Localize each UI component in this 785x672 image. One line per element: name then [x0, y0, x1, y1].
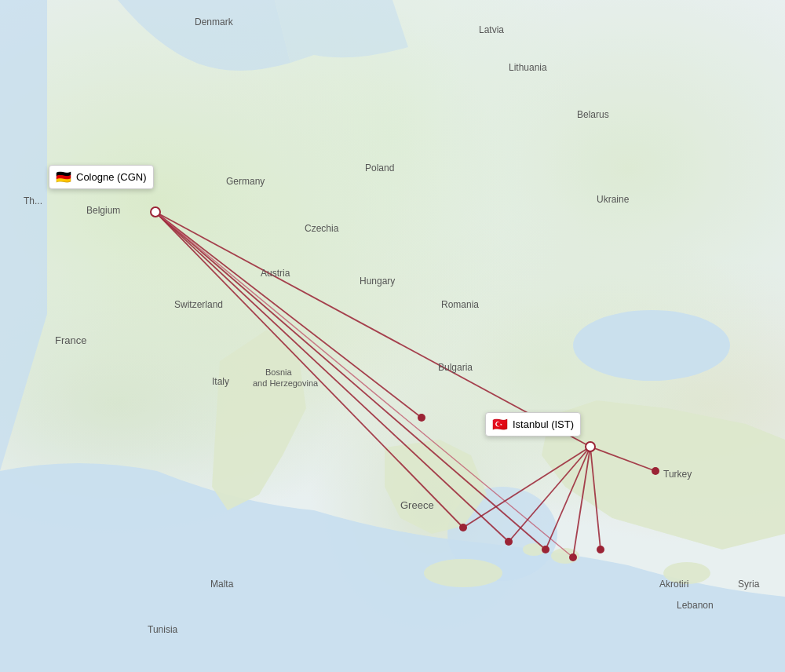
svg-text:Tunisia: Tunisia	[148, 624, 178, 635]
svg-text:Bosnia: Bosnia	[265, 367, 293, 377]
svg-point-21	[459, 524, 467, 531]
svg-point-22	[505, 538, 513, 546]
svg-point-2	[424, 559, 502, 587]
svg-text:and Herzegovina: and Herzegovina	[253, 378, 319, 388]
svg-point-25	[597, 546, 604, 553]
svg-text:Lebanon: Lebanon	[677, 600, 714, 611]
svg-point-0	[573, 310, 730, 381]
svg-text:Latvia: Latvia	[479, 24, 504, 35]
svg-text:Romania: Romania	[441, 299, 479, 310]
svg-text:Th...: Th...	[24, 195, 42, 206]
svg-text:Turkey: Turkey	[663, 469, 692, 480]
svg-point-20	[418, 414, 425, 422]
svg-text:Ukraine: Ukraine	[597, 194, 630, 205]
svg-text:Hungary: Hungary	[360, 276, 395, 287]
svg-text:Germany: Germany	[226, 176, 265, 187]
svg-point-19	[586, 442, 595, 451]
routes-svg: Latvia Lithuania Belarus Denmark Poland …	[0, 0, 785, 672]
svg-text:Poland: Poland	[365, 163, 394, 173]
svg-point-18	[151, 207, 160, 217]
svg-point-23	[542, 546, 550, 553]
svg-point-26	[652, 467, 659, 475]
svg-text:Bulgaria: Bulgaria	[438, 362, 473, 373]
svg-text:Akrotiri: Akrotiri	[659, 579, 688, 590]
svg-text:Austria: Austria	[261, 268, 290, 279]
svg-text:Belgium: Belgium	[86, 205, 120, 216]
svg-point-24	[569, 553, 577, 561]
svg-text:Czechia: Czechia	[305, 223, 339, 234]
svg-text:Denmark: Denmark	[195, 16, 234, 27]
svg-text:Malta: Malta	[210, 579, 234, 590]
svg-text:Italy: Italy	[212, 376, 229, 387]
svg-text:Switzerland: Switzerland	[174, 299, 223, 310]
svg-text:Syria: Syria	[738, 579, 760, 590]
svg-text:Belarus: Belarus	[577, 109, 609, 120]
svg-text:France: France	[55, 334, 86, 346]
svg-text:Lithuania: Lithuania	[509, 62, 547, 73]
svg-text:Greece: Greece	[400, 499, 434, 511]
map-container: Latvia Lithuania Belarus Denmark Poland …	[0, 0, 785, 672]
